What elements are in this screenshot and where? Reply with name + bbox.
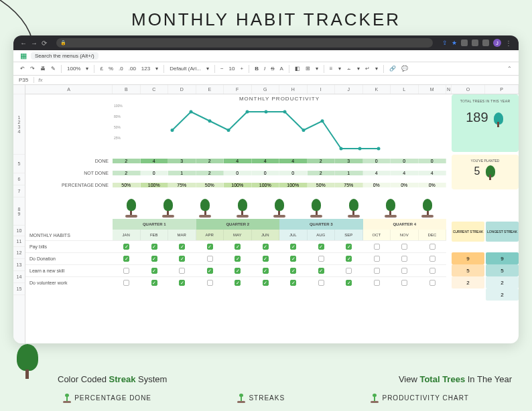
habit-checkbox[interactable] bbox=[419, 244, 447, 250]
habit-checkbox[interactable]: ✓ bbox=[168, 256, 196, 262]
format-button[interactable]: 123 bbox=[141, 66, 150, 72]
row-header[interactable]: 13 bbox=[13, 259, 25, 271]
habit-checkbox[interactable]: ✓ bbox=[224, 280, 252, 286]
italic-button[interactable]: I bbox=[264, 66, 265, 72]
back-icon[interactable]: ← bbox=[20, 39, 27, 47]
currency-button[interactable]: £ bbox=[100, 66, 103, 72]
row-header[interactable]: 10 bbox=[13, 226, 25, 236]
habit-checkbox[interactable]: ✓ bbox=[252, 256, 280, 262]
row-header[interactable]: 12 bbox=[13, 247, 25, 259]
row-header[interactable]: 1234 bbox=[13, 94, 25, 155]
habit-checkbox[interactable] bbox=[196, 256, 224, 262]
column-header[interactable]: J bbox=[335, 85, 363, 94]
undo-icon[interactable]: ↶ bbox=[20, 66, 25, 72]
habit-checkbox[interactable] bbox=[168, 268, 196, 274]
habit-checkbox[interactable]: ✓ bbox=[335, 280, 363, 286]
habit-checkbox[interactable]: ✓ bbox=[196, 268, 224, 274]
valign-icon[interactable]: ⫠ bbox=[346, 66, 352, 72]
align-icon[interactable]: ≡ bbox=[330, 66, 333, 72]
reload-icon[interactable]: ⟳ bbox=[42, 39, 47, 47]
habit-checkbox[interactable]: ✓ bbox=[224, 268, 252, 274]
decimal-inc-button[interactable]: .00 bbox=[129, 66, 136, 72]
habit-checkbox[interactable] bbox=[391, 244, 419, 250]
fill-icon[interactable]: ◧ bbox=[295, 66, 300, 72]
column-header[interactable]: B bbox=[113, 85, 141, 94]
extension-icon[interactable] bbox=[472, 39, 478, 46]
share-icon[interactable]: ⇪ bbox=[442, 39, 448, 46]
print-icon[interactable]: 🖶 bbox=[40, 66, 46, 72]
column-header[interactable]: F bbox=[224, 85, 252, 94]
habit-checkbox[interactable]: ✓ bbox=[141, 256, 169, 262]
column-header[interactable]: A bbox=[25, 85, 113, 94]
strike-button[interactable]: S bbox=[271, 66, 274, 72]
menu-icon[interactable]: ⋮ bbox=[505, 39, 512, 47]
habit-checkbox[interactable] bbox=[391, 280, 419, 286]
habit-checkbox[interactable]: ✓ bbox=[335, 244, 363, 250]
row-header[interactable]: 5 bbox=[13, 155, 25, 173]
column-header[interactable]: C bbox=[141, 85, 169, 94]
link-icon[interactable]: 🔗 bbox=[389, 66, 396, 72]
habit-checkbox[interactable]: ✓ bbox=[168, 244, 196, 250]
row-header[interactable]: 7 bbox=[13, 185, 25, 197]
column-header[interactable]: O bbox=[452, 85, 485, 94]
habit-checkbox[interactable] bbox=[391, 256, 419, 262]
expand-icon[interactable]: ⌃ bbox=[507, 66, 512, 72]
column-header[interactable]: H bbox=[279, 85, 308, 94]
paint-icon[interactable]: ✎ bbox=[51, 66, 56, 72]
zoom-select[interactable]: 100% bbox=[67, 66, 80, 72]
habit-checkbox[interactable]: ✓ bbox=[224, 256, 252, 262]
column-header[interactable]: L bbox=[391, 85, 419, 94]
column-header[interactable]: D bbox=[168, 85, 196, 94]
habit-checkbox[interactable]: ✓ bbox=[252, 268, 280, 274]
row-header[interactable]: 14 bbox=[13, 271, 25, 283]
habit-checkbox[interactable] bbox=[196, 280, 224, 286]
habit-checkbox[interactable]: ✓ bbox=[196, 244, 224, 250]
fontsize-plus[interactable]: + bbox=[240, 66, 243, 72]
row-header[interactable]: 15 bbox=[13, 283, 25, 295]
wrap-icon[interactable]: ↵ bbox=[365, 66, 370, 72]
address-bar[interactable]: 🔒 bbox=[56, 38, 433, 48]
row-header[interactable]: 11 bbox=[13, 236, 25, 247]
habit-checkbox[interactable]: ✓ bbox=[168, 280, 196, 286]
bold-button[interactable]: B bbox=[255, 66, 259, 72]
habit-checkbox[interactable]: ✓ bbox=[224, 244, 252, 250]
habit-checkbox[interactable]: ✓ bbox=[279, 244, 308, 250]
comment-icon[interactable]: 💬 bbox=[401, 66, 408, 72]
habit-checkbox[interactable] bbox=[419, 280, 447, 286]
habit-checkbox[interactable]: ✓ bbox=[141, 244, 169, 250]
habit-checkbox[interactable] bbox=[113, 280, 141, 286]
percent-button[interactable]: % bbox=[109, 66, 113, 72]
habit-checkbox[interactable]: ✓ bbox=[279, 280, 308, 286]
habit-checkbox[interactable]: ✓ bbox=[308, 268, 336, 274]
column-header[interactable]: I bbox=[308, 85, 336, 94]
habit-checkbox[interactable]: ✓ bbox=[279, 256, 308, 262]
habit-checkbox[interactable]: ✓ bbox=[252, 280, 280, 286]
column-header[interactable]: M bbox=[419, 85, 447, 94]
habit-checkbox[interactable]: ✓ bbox=[113, 256, 141, 262]
habit-checkbox[interactable]: ✓ bbox=[252, 244, 280, 250]
column-header[interactable]: E bbox=[196, 85, 224, 94]
habit-checkbox[interactable]: ✓ bbox=[141, 268, 169, 274]
habit-checkbox[interactable] bbox=[391, 268, 419, 274]
habit-checkbox[interactable] bbox=[363, 268, 391, 274]
column-header[interactable]: N bbox=[446, 85, 452, 94]
habit-checkbox[interactable] bbox=[419, 256, 447, 262]
column-header[interactable]: P bbox=[485, 85, 519, 94]
habit-checkbox[interactable] bbox=[363, 280, 391, 286]
row-header[interactable]: 89 bbox=[13, 197, 25, 226]
menu-search[interactable]: Search the menus (Alt+/) bbox=[31, 52, 98, 60]
habit-checkbox[interactable]: ✓ bbox=[113, 244, 141, 250]
extension-icon[interactable] bbox=[461, 39, 468, 46]
forward-icon[interactable]: → bbox=[31, 39, 38, 47]
profile-avatar[interactable]: J bbox=[493, 39, 501, 47]
row-header[interactable]: 6 bbox=[13, 173, 25, 185]
fontsize-value[interactable]: 10 bbox=[229, 66, 235, 72]
extension-icon[interactable] bbox=[482, 39, 489, 46]
column-header[interactable]: G bbox=[252, 85, 280, 94]
habit-checkbox[interactable]: ✓ bbox=[141, 280, 169, 286]
fontsize-minus[interactable]: − bbox=[220, 66, 224, 72]
habit-checkbox[interactable]: ✓ bbox=[335, 256, 363, 262]
sheets-logo-icon[interactable]: ▦ bbox=[20, 52, 27, 60]
habit-checkbox[interactable] bbox=[419, 268, 447, 274]
habit-checkbox[interactable] bbox=[308, 256, 336, 262]
